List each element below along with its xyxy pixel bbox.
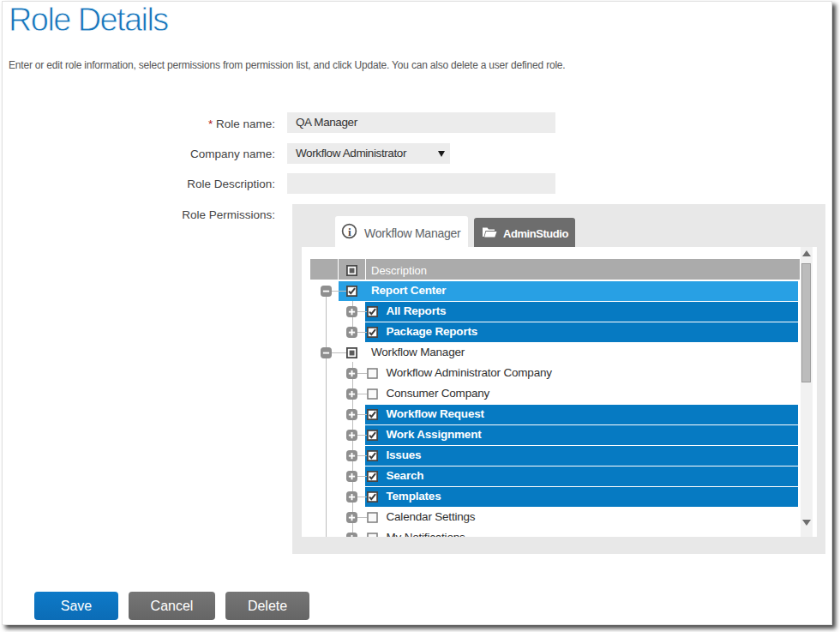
svg-text:i: i (348, 226, 351, 238)
